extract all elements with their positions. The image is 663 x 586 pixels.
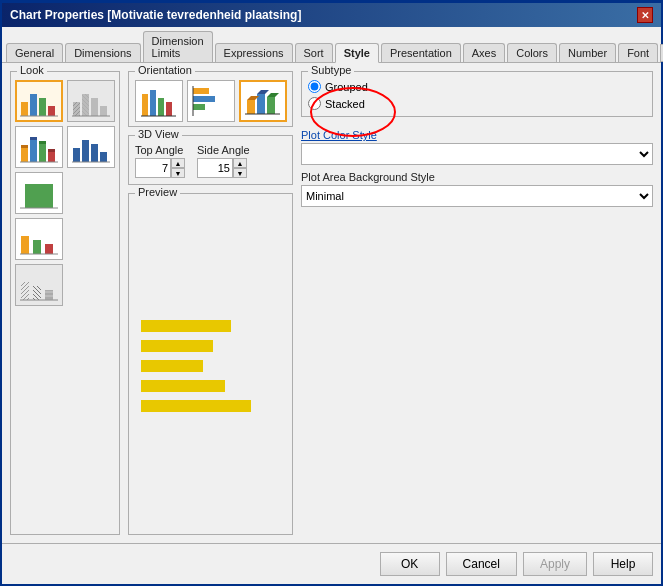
bar-row-5 [141, 399, 251, 413]
svg-rect-52 [257, 94, 265, 114]
apply-button[interactable]: Apply [523, 552, 587, 576]
orientation-box: Orientation [128, 71, 293, 127]
side-angle-spinner: 15 ▲ ▼ [197, 158, 250, 178]
bar-row-3 [141, 359, 203, 373]
bottom-bar: OK Cancel Apply Help [2, 543, 661, 584]
svg-rect-21 [48, 149, 55, 152]
top-angle-label: Top Angle [135, 144, 185, 156]
plot-bg-select[interactable]: Minimal None Light [301, 185, 653, 207]
svg-rect-32 [45, 244, 53, 254]
preview-content [133, 202, 288, 530]
top-angle-up[interactable]: ▲ [171, 158, 185, 168]
middle-section: Orientation [128, 71, 293, 535]
top-angle-group: Top Angle 7 ▲ ▼ [135, 144, 185, 178]
svg-rect-49 [193, 104, 205, 110]
stacked-radio-row[interactable]: Stacked [308, 97, 646, 110]
title-bar: Chart Properties [Motivatie tevredenheid… [2, 3, 661, 27]
grouped-radio-row[interactable]: Grouped [308, 80, 646, 93]
top-angle-down[interactable]: ▼ [171, 168, 185, 178]
svg-rect-24 [82, 140, 89, 162]
right-section: Subtype Grouped Stacked [301, 71, 653, 535]
look-item-3[interactable] [15, 126, 63, 168]
side-angle-btns: ▲ ▼ [233, 158, 247, 178]
orient-item-2[interactable] [187, 80, 235, 122]
svg-rect-2 [39, 98, 46, 116]
orientation-icons [133, 80, 288, 122]
tab-expressions[interactable]: Expressions [215, 43, 293, 62]
svg-rect-45 [166, 102, 172, 116]
plot-color-select[interactable] [301, 143, 653, 165]
orientation-label: Orientation [135, 64, 195, 76]
orient-item-1[interactable] [135, 80, 183, 122]
look-item-1[interactable] [15, 80, 63, 122]
preview-box: Preview [128, 193, 293, 535]
stacked-radio[interactable] [308, 97, 321, 110]
look-item-6[interactable] [15, 218, 63, 260]
svg-rect-43 [150, 90, 156, 116]
svg-rect-16 [39, 142, 46, 162]
svg-rect-47 [193, 88, 209, 94]
bar-row-4 [141, 379, 225, 393]
bar-row-2 [141, 339, 213, 353]
svg-rect-42 [142, 94, 148, 116]
main-window: Chart Properties [Motivatie tevredenheid… [0, 0, 663, 586]
plot-bg-label: Plot Area Background Style [301, 171, 653, 183]
top-angle-spinner: 7 ▲ ▼ [135, 158, 185, 178]
svg-rect-38 [21, 282, 29, 300]
svg-rect-53 [267, 97, 275, 114]
side-angle-down[interactable]: ▼ [233, 168, 247, 178]
help-button[interactable]: Help [593, 552, 653, 576]
tab-axes[interactable]: Axes [463, 43, 505, 62]
ok-button[interactable]: OK [380, 552, 440, 576]
content-area: Look [2, 63, 661, 543]
look-item-4[interactable] [67, 126, 115, 168]
look-section: Look [10, 71, 120, 535]
svg-rect-30 [21, 236, 29, 254]
bar-row-1 [141, 319, 231, 333]
tab-bar: General Dimensions Dimension Limits Expr… [2, 27, 661, 63]
svg-rect-18 [21, 145, 28, 148]
svg-rect-40 [45, 290, 53, 300]
bar-3 [141, 360, 203, 372]
svg-rect-20 [39, 141, 46, 144]
cancel-button[interactable]: Cancel [446, 552, 517, 576]
tab-style[interactable]: Style [335, 43, 379, 63]
side-angle-input[interactable]: 15 [197, 158, 233, 178]
look-item-5[interactable] [15, 172, 63, 214]
tab-colors[interactable]: Colors [507, 43, 557, 62]
plot-color-section: Plot Color Style Plot Area Background St… [301, 125, 653, 211]
grouped-radio[interactable] [308, 80, 321, 93]
tab-general[interactable]: General [6, 43, 63, 62]
orient-item-3[interactable] [239, 80, 287, 122]
bar-4 [141, 380, 225, 392]
tab-dimension-limits[interactable]: Dimension Limits [143, 31, 213, 62]
tab-sort[interactable]: Sort [295, 43, 333, 62]
threed-label: 3D View [135, 128, 182, 140]
close-button[interactable]: ✕ [637, 7, 653, 23]
window-title: Chart Properties [Motivatie tevredenheid… [10, 8, 301, 22]
tab-number[interactable]: Number [559, 43, 616, 62]
look-item-7[interactable] [15, 264, 63, 306]
tab-dimensions[interactable]: Dimensions [65, 43, 140, 62]
look-item-2[interactable] [67, 80, 115, 122]
svg-rect-1 [30, 94, 37, 116]
tab-font[interactable]: Font [618, 43, 658, 62]
bar-5 [141, 400, 251, 412]
look-label: Look [17, 64, 47, 76]
svg-rect-3 [48, 106, 55, 116]
bar-1 [141, 320, 231, 332]
look-box: Look [10, 71, 120, 535]
svg-rect-31 [33, 240, 41, 254]
svg-marker-55 [257, 90, 269, 94]
svg-rect-39 [33, 286, 41, 300]
grouped-label: Grouped [325, 81, 368, 93]
side-angle-up[interactable]: ▲ [233, 158, 247, 168]
svg-rect-25 [91, 144, 98, 162]
subtype-box: Subtype Grouped Stacked [301, 71, 653, 117]
plot-color-link[interactable]: Plot Color Style [301, 129, 653, 141]
top-angle-input[interactable]: 7 [135, 158, 171, 178]
tab-presentation[interactable]: Presentation [381, 43, 461, 62]
side-angle-group: Side Angle 15 ▲ ▼ [197, 144, 250, 178]
top-angle-btns: ▲ ▼ [171, 158, 185, 178]
side-angle-label: Side Angle [197, 144, 250, 156]
